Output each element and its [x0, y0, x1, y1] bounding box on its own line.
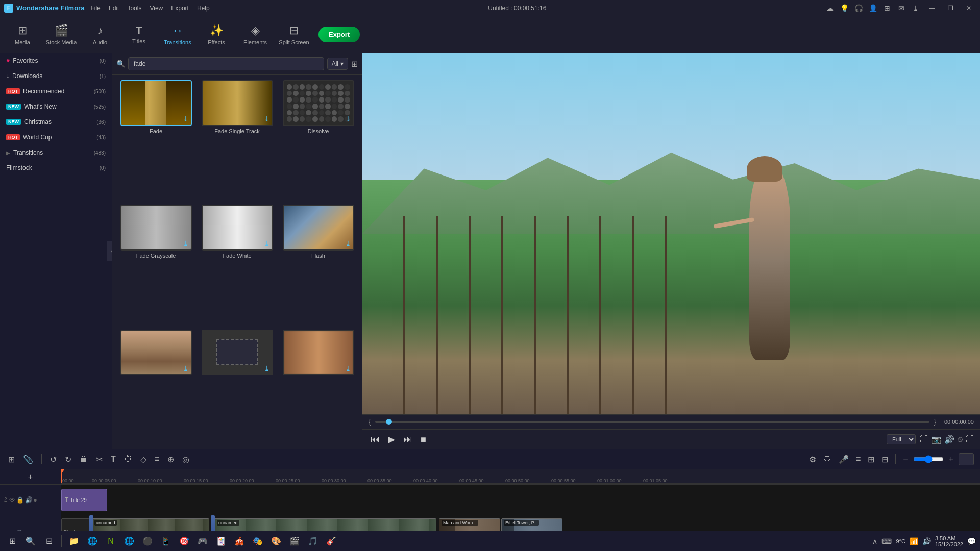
start-button[interactable]: ⊞ [4, 533, 20, 549]
keyframe-icon[interactable]: ◇ [138, 454, 149, 465]
sidebar-item-downloads[interactable]: ↓ Downloads (1) [0, 68, 112, 84]
cloud-icon[interactable]: ☁ [825, 3, 835, 13]
track-eye-icon[interactable]: ● [34, 496, 37, 504]
remove-track-icon[interactable]: ⊟ [879, 454, 890, 465]
prev-frame-button[interactable]: ⏮ [369, 433, 382, 446]
add-track-plus-icon[interactable]: + [26, 471, 35, 483]
add-track-icon[interactable]: ⊕ [165, 454, 176, 465]
sidebar-item-transitions[interactable]: ▶ Transitions (483) [0, 145, 112, 160]
toolbar-effects[interactable]: ✨ Effects [198, 18, 235, 51]
menu-tools[interactable]: Tools [127, 5, 141, 12]
title-clip-29[interactable]: T Title 29 [61, 489, 107, 511]
sidebar-item-favorites[interactable]: ♥ Favorites (0) [0, 53, 112, 68]
grid-view-icon[interactable]: ⊞ [6, 454, 17, 465]
snapshot-icon[interactable]: 📷 [931, 435, 941, 444]
transition-8[interactable]: ⤓ [199, 330, 276, 444]
undo-icon[interactable]: ↺ [48, 454, 59, 465]
transition-7[interactable]: ⤓ [117, 330, 194, 444]
close-button[interactable]: ✕ [962, 1, 976, 15]
toolbar-transitions[interactable]: ↔ Transitions [159, 18, 196, 51]
app-icon-3[interactable]: 🎮 [194, 533, 211, 549]
filter-dropdown[interactable]: All ▾ [327, 58, 348, 70]
volume-taskbar-icon[interactable]: 🔊 [922, 537, 931, 545]
nvidia-icon[interactable]: N [103, 533, 119, 549]
sidebar-collapse-button[interactable]: ‹ [107, 241, 112, 261]
menu-view[interactable]: View [150, 5, 163, 12]
transition-fade-grayscale[interactable]: ⤓ Fade Grayscale [117, 205, 194, 325]
screen-fit-icon[interactable]: ⛶ [920, 435, 928, 444]
menu-help[interactable]: Help [197, 5, 210, 12]
account-icon[interactable]: 👤 [868, 3, 878, 13]
track-lock-icon[interactable]: 🔒 [16, 496, 24, 504]
redo-icon[interactable]: ↻ [63, 454, 74, 465]
toolbar-split-screen[interactable]: ⊟ Split Screen [276, 18, 312, 51]
transition-flash[interactable]: ⤓ Flash [280, 205, 357, 325]
sidebar-item-filmstock[interactable]: Filmstock (0) [0, 160, 112, 176]
app-icon-6[interactable]: 🎭 [250, 533, 266, 549]
app-icon-10[interactable]: 🎸 [323, 533, 339, 549]
transition-fade[interactable]: ⤓ Fade [117, 80, 194, 201]
mic-icon[interactable]: 🎤 [837, 454, 851, 465]
play-button[interactable]: ▶ [386, 433, 397, 446]
volume-icon[interactable]: 🔊 [944, 435, 954, 444]
transition-fade-white[interactable]: ⤓ Fade White [199, 205, 276, 325]
sidebar-item-christmas[interactable]: NEW Christmas (36) [0, 114, 112, 130]
app-icon-4[interactable]: 🃏 [213, 533, 229, 549]
toolbar-stock-media[interactable]: 🎬 Stock Media [43, 18, 80, 51]
download-icon[interactable]: ⤓ [911, 3, 921, 13]
attach-icon[interactable]: 📎 [21, 454, 35, 465]
app-icon-7[interactable]: 🎨 [268, 533, 284, 549]
text-icon[interactable]: T [109, 454, 118, 465]
sidebar-item-whats-new[interactable]: NEW What's New (525) [0, 99, 112, 114]
menu-file[interactable]: File [90, 5, 100, 12]
settings-icon[interactable]: ⚙ [807, 454, 818, 465]
toolbar-titles[interactable]: T Titles [120, 18, 157, 51]
delete-icon[interactable]: 🗑 [78, 454, 90, 465]
file-explorer-icon[interactable]: 📁 [66, 533, 82, 549]
detach-icon[interactable]: ⎋ [958, 435, 963, 444]
grid-toggle-icon[interactable]: ⊞ [351, 59, 358, 69]
split-track-icon[interactable]: ⊞ [866, 454, 876, 465]
zoom-in-icon[interactable]: + [947, 454, 955, 465]
keyboard-icon[interactable]: ⌨ [881, 537, 892, 545]
search-input[interactable] [128, 57, 324, 70]
filter-icon[interactable]: ≡ [854, 454, 863, 465]
export-button[interactable]: Export [318, 27, 360, 42]
zoom-out-icon[interactable]: − [901, 454, 910, 465]
preview-timeline-slider[interactable] [375, 421, 930, 423]
eye-icon[interactable]: ◎ [180, 454, 191, 465]
network-icon[interactable]: 📶 [910, 537, 918, 545]
app-icon-2[interactable]: 🎯 [176, 533, 192, 549]
bracket-right-icon[interactable]: } [934, 418, 936, 426]
transition-9[interactable]: ⤓ [280, 330, 357, 444]
fast-forward-button[interactable]: ⏭ [401, 433, 414, 446]
track-volume-icon[interactable]: 🔊 [25, 496, 33, 504]
search-button[interactable]: 🔍 [22, 533, 39, 549]
zoom-select[interactable]: Full 50% 75% 25% [887, 434, 916, 444]
shield-icon[interactable]: 🛡 [821, 454, 834, 465]
mail-icon[interactable]: ✉ [896, 3, 906, 13]
menu-icon[interactable]: ≡ [153, 454, 161, 465]
headphones-icon[interactable]: 🎧 [853, 3, 864, 13]
maximize-button[interactable]: ❐ [943, 1, 958, 15]
track-visibility-icon[interactable]: 👁 [9, 496, 15, 504]
zoom-slider[interactable] [913, 455, 944, 463]
toolbar-audio[interactable]: ♪ Audio [82, 18, 118, 51]
task-view-button[interactable]: ⊟ [41, 533, 57, 549]
bulb-icon[interactable]: 💡 [839, 3, 849, 13]
app-icon-1[interactable]: 📱 [158, 533, 174, 549]
menu-export[interactable]: Export [171, 5, 189, 12]
timeline-thumb[interactable] [386, 419, 392, 425]
minimize-button[interactable]: — [925, 1, 939, 15]
sidebar-item-world-cup[interactable]: HOT World Cup (43) [0, 130, 112, 145]
app-icon-8[interactable]: 🎬 [286, 533, 303, 549]
grid-icon[interactable]: ⊞ [882, 3, 892, 13]
stop-button[interactable]: ■ [419, 433, 428, 446]
notification-icon[interactable]: 💬 [967, 537, 976, 545]
menu-edit[interactable]: Edit [109, 5, 119, 12]
firefox-icon[interactable]: 🌐 [84, 533, 101, 549]
bracket-left-icon[interactable]: { [369, 418, 371, 426]
toolbar-elements[interactable]: ◈ Elements [237, 18, 274, 51]
cut-icon[interactable]: ✂ [94, 454, 105, 465]
sidebar-item-recommended[interactable]: HOT Recommended (500) [0, 84, 112, 99]
